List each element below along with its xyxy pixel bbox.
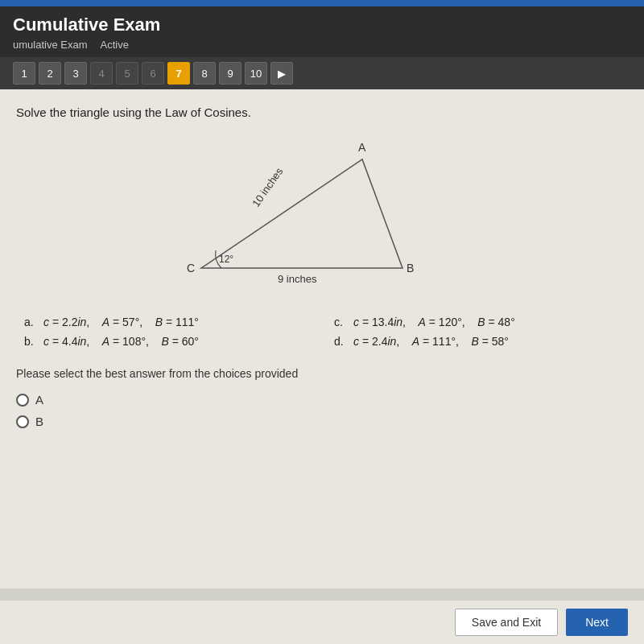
- choice-d-text: c = 2.4in, A = 111°, B = 58°: [353, 335, 509, 348]
- next-button[interactable]: Next: [566, 609, 628, 636]
- header: Cumulative Exam umulative Exam Active: [0, 6, 644, 57]
- choice-c-text: c = 13.4in, A = 120°, B = 48°: [353, 316, 515, 328]
- bottom-bar: Save and Exit Next: [0, 600, 644, 644]
- radio-option-B[interactable]: B: [16, 415, 628, 428]
- choice-c: c. c = 13.4in, A = 120°, B = 48°: [334, 316, 620, 328]
- main-content: Solve the triangle using the Law of Cosi…: [0, 89, 644, 588]
- diagram-container: A B C 10 inches 9 inches 12°: [16, 135, 628, 296]
- radio-option-A[interactable]: A: [16, 393, 628, 407]
- radio-circle-B: [16, 415, 29, 428]
- pagination-bar: 1 2 3 4 5 6 7 8 9 10 ▶: [0, 57, 644, 89]
- label-A: A: [358, 141, 366, 154]
- header-status: Active: [100, 39, 128, 51]
- triangle-diagram: A B C 10 inches 9 inches 12°: [185, 135, 459, 296]
- choice-d-label: d.: [334, 335, 347, 348]
- page-btn-5[interactable]: 5: [116, 62, 138, 85]
- choice-d: d. c = 2.4in, A = 111°, B = 58°: [334, 335, 620, 348]
- label-C: C: [187, 262, 195, 275]
- page-title: Cumulative Exam: [13, 14, 631, 39]
- choice-a: a. c = 2.2in, A = 57°, B = 111°: [24, 316, 310, 328]
- answer-choices: a. c = 2.2in, A = 57°, B = 111° c. c = 1…: [16, 316, 628, 348]
- choice-a-label: a.: [24, 316, 37, 328]
- radio-options: A B: [16, 393, 628, 428]
- radio-label-B: B: [35, 415, 43, 428]
- choice-b: b. c = 4.4in, A = 108°, B = 60°: [24, 335, 310, 348]
- select-prompt: Please select the best answer from the c…: [16, 367, 628, 380]
- svg-marker-0: [201, 159, 402, 268]
- choice-c-label: c.: [334, 316, 347, 328]
- choice-b-label: b.: [24, 335, 37, 348]
- top-bar: [0, 0, 644, 6]
- page-next-icon[interactable]: ▶: [270, 62, 293, 85]
- page-btn-9[interactable]: 9: [219, 62, 242, 85]
- header-subtitle-row: umulative Exam Active: [13, 39, 631, 57]
- angle-C-label: 12°: [219, 254, 233, 265]
- page-btn-4[interactable]: 4: [90, 62, 113, 85]
- question-prompt: Solve the triangle using the Law of Cosi…: [16, 105, 628, 119]
- save-exit-button[interactable]: Save and Exit: [455, 609, 558, 636]
- page-btn-3[interactable]: 3: [64, 62, 87, 85]
- choice-a-text: c = 2.2in, A = 57°, B = 111°: [43, 316, 199, 328]
- header-subtitle: umulative Exam: [13, 39, 87, 51]
- page-btn-8[interactable]: 8: [193, 62, 216, 85]
- choice-b-text: c = 4.4in, A = 108°, B = 60°: [43, 335, 199, 348]
- label-B: B: [407, 262, 414, 275]
- side-CA-label: 10 inches: [250, 165, 285, 209]
- page-btn-2[interactable]: 2: [39, 62, 61, 85]
- radio-circle-A: [16, 394, 29, 407]
- page-btn-6[interactable]: 6: [142, 62, 164, 85]
- side-CB-label: 9 inches: [278, 273, 317, 285]
- page-btn-1[interactable]: 1: [13, 62, 35, 85]
- page-btn-7[interactable]: 7: [167, 62, 190, 85]
- page-btn-10[interactable]: 10: [245, 62, 267, 85]
- radio-label-A: A: [35, 393, 43, 407]
